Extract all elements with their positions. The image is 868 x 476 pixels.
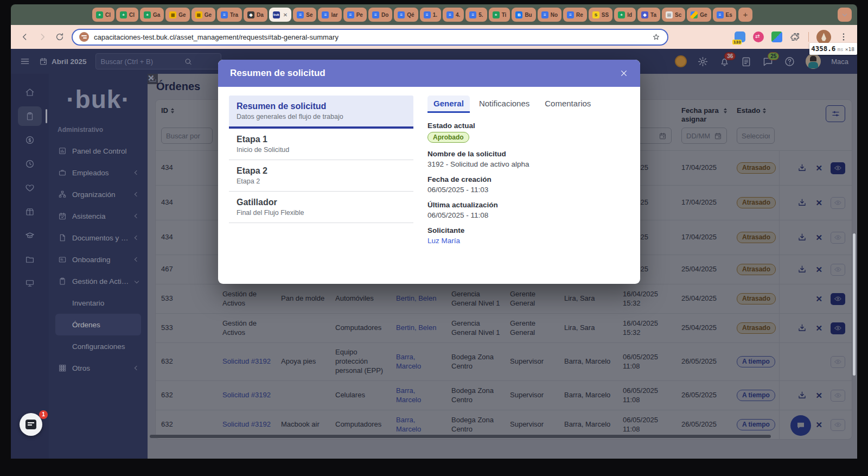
tab-search-button[interactable] [838, 8, 852, 22]
browser-tab[interactable]: +Id [614, 8, 636, 22]
field-nombre-de-la-solicitud: Nombre de la solicitud3192 - Solicitud d… [427, 150, 629, 168]
tab-favicon-tabblue-icon: ◈ [641, 11, 648, 18]
extensions-puzzle-icon[interactable] [790, 31, 801, 42]
step-title: Gatillador [237, 198, 406, 207]
modal-step-nav: Resumen de solicitudDatos generales del … [229, 96, 413, 275]
tab-close-icon[interactable]: ✕ [283, 12, 288, 18]
browser-tab[interactable]: Ge [687, 8, 711, 22]
modal-step-etapa-2[interactable]: Etapa 2Etapa 2 [229, 160, 413, 192]
tab-label: 5. [478, 12, 483, 18]
step-subtitle: Etapa 2 [237, 177, 406, 185]
modal-step-etapa-1[interactable]: Etapa 1Inicio de Solicitud [229, 129, 413, 160]
tab-label: Ge [178, 12, 186, 18]
tab-favicon-sheets-icon: + [493, 11, 500, 18]
modal-tab-general[interactable]: General [427, 96, 470, 113]
tab-favicon-slides-icon: ▦ [195, 11, 202, 18]
tab-favicon-blue-icon: B [515, 11, 522, 18]
browser-tab[interactable]: ◆Da [244, 8, 267, 22]
tab-label: Se [306, 12, 312, 18]
tab-favicon-buk-icon: buk [273, 11, 280, 18]
tab-label: Ti [502, 12, 507, 18]
browser-tab[interactable]: ≡5. [465, 8, 487, 22]
browser-tab[interactable]: +Ti [489, 8, 510, 22]
modal-tab-notificaciones[interactable]: Notificaciones [473, 96, 535, 113]
tab-favicon-yellow-icon: S [592, 11, 599, 18]
tab-favicon-slides-icon: ▦ [169, 11, 176, 18]
modal-header: Resumen de solicitud [218, 60, 640, 87]
browser-tab[interactable]: ▦Ge [165, 8, 189, 22]
tab-label: Ge [205, 12, 212, 18]
tab-favicon-docs-icon: ≡ [469, 11, 476, 18]
browser-profile-avatar[interactable] [816, 30, 831, 45]
field-label: Estado actual [427, 122, 629, 130]
field-value[interactable]: Luz María [427, 237, 629, 245]
url-bar[interactable]: capacitaciones-test.buk.cl/asset_managem… [72, 29, 668, 46]
tab-label: Da [257, 12, 264, 18]
bookmark-star-icon[interactable] [652, 33, 661, 42]
close-icon[interactable] [620, 69, 628, 78]
tab-label: 4. [456, 12, 460, 18]
browser-tab[interactable]: +Ga [140, 8, 164, 22]
request-summary-modal: Resumen de solicitud Resumen de solicitu… [218, 60, 640, 284]
field-label: Solicitante [427, 226, 629, 234]
browser-tab[interactable]: ≡Re [563, 8, 587, 22]
browser-tab[interactable]: ≡4. [443, 8, 464, 22]
tab-favicon-docs-icon: ≡ [221, 11, 228, 18]
extensions-row: 133 [735, 30, 848, 45]
browser-tab[interactable]: ≡No [538, 8, 561, 22]
browser-tab[interactable]: ≡Tra [217, 8, 242, 22]
step-subtitle: Final del Flujo Flexible [237, 209, 406, 217]
browser-tab[interactable]: ≡Es [713, 8, 736, 22]
browser-tab[interactable]: ◈Ta [637, 8, 660, 22]
modal-step-resumen-de-solicitud[interactable]: Resumen de solicitudDatos generales del … [229, 96, 413, 129]
tab-label: Re [576, 12, 583, 18]
modal-step-gatillador[interactable]: GatilladorFinal del Flujo Flexible [229, 192, 413, 223]
tab-label: Cl [129, 12, 135, 18]
modal-tabs: GeneralNotificacionesComentarios [427, 96, 629, 113]
browser-tab[interactable]: ≡Se [293, 8, 316, 22]
browser-tab[interactable]: +Cl [116, 8, 138, 22]
tab-favicon-docs-icon: ≡ [297, 11, 304, 18]
browser-tab[interactable]: ≡Do [368, 8, 392, 22]
chat-widget-badge: 1 [39, 410, 48, 419]
field-value: 06/05/2025 - 11:03 [427, 186, 629, 194]
browser-tab-active[interactable]: buk✕ [269, 8, 291, 22]
reload-button[interactable] [54, 31, 65, 42]
browser-toolbar: capacitaciones-test.buk.cl/asset_managem… [11, 25, 857, 49]
modal-title: Resumen de solicitud [230, 68, 326, 79]
new-tab-button[interactable]: + [738, 8, 752, 22]
field-solicitante: SolicitanteLuz María [427, 226, 629, 245]
extension-badge-icon[interactable]: 133 [735, 31, 745, 42]
extension-red-icon[interactable] [753, 31, 764, 42]
step-title: Etapa 1 [237, 135, 406, 144]
browser-tab[interactable]: ≡Qé [394, 8, 418, 22]
browser-tab[interactable]: SSS [589, 8, 612, 22]
field-label: Nombre de la solicitud [427, 150, 629, 158]
browser-tab[interactable]: +Cl [92, 8, 114, 22]
browser-tab[interactable]: BBu [512, 8, 535, 22]
browser-tab[interactable]: ▤Sc [662, 8, 685, 22]
browser-tab[interactable]: ▦Ge [192, 8, 215, 22]
field-label: Fecha de creación [427, 175, 629, 183]
modal-tab-comentarios[interactable]: Comentarios [539, 96, 597, 113]
back-button[interactable] [20, 31, 30, 42]
vertical-scrollbar[interactable] [853, 233, 856, 376]
toolbar-divider [808, 32, 809, 42]
support-chat-widget[interactable] [20, 413, 42, 436]
browser-tab[interactable]: ≡1. [420, 8, 441, 22]
forward-button[interactable] [37, 31, 48, 42]
perf-overlay: 4358.6 ms ×18 [809, 43, 857, 55]
tab-label: Pe [356, 12, 363, 18]
tab-label: Ge [700, 12, 707, 18]
browser-tab[interactable]: ≡Pe [343, 8, 367, 22]
tab-favicon-docs-icon: ≡ [398, 11, 405, 18]
step-subtitle: Datos generales del flujo de trabajo [237, 113, 406, 120]
tab-favicon-docs-icon: ≡ [372, 11, 379, 18]
browser-tab[interactable]: ≡lar [318, 8, 341, 22]
step-subtitle: Inicio de Solicitud [237, 146, 406, 154]
extension-green-icon[interactable] [771, 31, 782, 42]
browser-menu-icon[interactable] [839, 32, 848, 42]
site-settings-icon[interactable] [79, 32, 89, 42]
tab-label: Sc [675, 12, 681, 18]
modal-content: GeneralNotificacionesComentarios Estado … [427, 96, 629, 275]
